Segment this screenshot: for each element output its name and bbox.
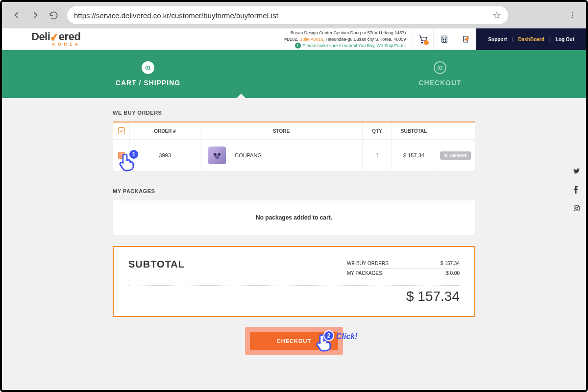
form-icon[interactable]	[455, 28, 476, 50]
active-step-indicator-icon	[236, 94, 246, 98]
webuy-section-title: WE BUY ORDERS	[113, 110, 475, 116]
subtotal-box: SUBTOTAL WE BUY ORDERS$ 157.34 MY PACKAG…	[113, 246, 475, 317]
calculator-icon[interactable]	[433, 28, 455, 50]
cart-badge-icon	[424, 40, 429, 45]
step-checkout[interactable]: 02 CHECKOUT	[294, 50, 586, 98]
svg-point-3	[421, 42, 423, 43]
subtotal-title: SUBTOTAL	[128, 259, 185, 278]
logout-link[interactable]: Log Out	[556, 37, 574, 42]
checkout-button[interactable]: CHECKOUT	[250, 332, 338, 350]
checkout-steps: 01 CART / SHIPPING 02 CHECKOUT	[2, 50, 586, 98]
svg-point-10	[445, 41, 446, 42]
logo-check-icon: ✔	[49, 32, 59, 43]
address-bar[interactable]: ☆	[67, 6, 508, 24]
browser-menu-button[interactable]	[568, 11, 576, 19]
header-notice: i Please make sure to submit You Buy, We…	[295, 43, 406, 49]
table-row: ✓ 3993 COUPANG 1 $ 157.34 ✕Remove	[113, 140, 475, 172]
forward-button[interactable]	[30, 10, 40, 20]
instagram-icon[interactable]	[573, 205, 580, 213]
svg-rect-6	[443, 37, 446, 38]
svg-point-7	[443, 39, 444, 40]
url-input[interactable]	[74, 11, 492, 20]
checkout-highlight: CHECKOUT	[245, 327, 343, 355]
social-rail	[573, 168, 580, 213]
product-thumbnail	[208, 147, 226, 164]
info-icon: i	[295, 43, 301, 49]
packages-section-title: MY PACKAGES	[113, 188, 475, 194]
subtotal-value: $ 157.34	[392, 140, 436, 172]
qty-value: 1	[363, 140, 392, 172]
back-button[interactable]	[12, 10, 22, 20]
close-icon: ✕	[444, 153, 448, 158]
svg-point-13	[576, 207, 578, 210]
svg-point-9	[443, 41, 444, 42]
site-header: Deli✔ered KOREA Busan Design Center Cent…	[2, 28, 586, 50]
click-annotation-label: Click!	[336, 332, 358, 341]
remove-button[interactable]: ✕Remove	[440, 151, 470, 160]
step-cart-shipping[interactable]: 01 CART / SHIPPING	[2, 50, 294, 98]
svg-point-14	[578, 206, 579, 207]
svg-point-1	[572, 15, 573, 16]
svg-point-8	[445, 39, 446, 40]
bookmark-star-icon[interactable]: ☆	[492, 9, 501, 21]
dashboard-link[interactable]: DashBoard	[518, 37, 544, 42]
order-number: 3993	[130, 140, 200, 172]
warehouse-address: Busan Design Center Centum Dong-ro 57(or…	[284, 30, 406, 42]
site-logo[interactable]: Deli✔ered KOREA	[2, 28, 95, 50]
select-all-checkbox[interactable]: ✓	[118, 127, 125, 134]
twitter-icon[interactable]	[573, 168, 580, 176]
webuy-orders-table: ✓ ORDER # STORE QTY SUBTOTAL ✓ 3993	[113, 122, 475, 172]
account-nav: Support | DashBoard | Log Out	[476, 28, 586, 50]
store-name: COUPANG	[235, 152, 262, 158]
packages-empty-message: No packages added to cart.	[113, 200, 475, 235]
svg-point-2	[572, 17, 573, 18]
facebook-icon[interactable]	[573, 186, 580, 195]
browser-toolbar: ☆	[2, 2, 586, 28]
grand-total: $ 157.34	[128, 289, 460, 304]
row-checkbox[interactable]: ✓	[118, 152, 125, 159]
reload-button[interactable]	[49, 11, 58, 20]
svg-point-0	[572, 12, 573, 13]
support-link[interactable]: Support	[488, 37, 507, 42]
cart-icon[interactable]	[412, 28, 433, 50]
